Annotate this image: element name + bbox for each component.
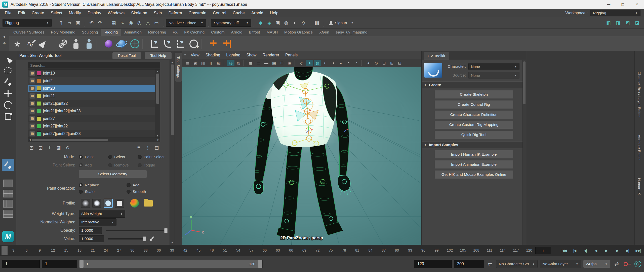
layout-single-pane-icon[interactable] [2, 178, 14, 188]
influence-list-hscrollbar[interactable]: ◀▶ [28, 138, 160, 142]
menu-item[interactable]: File [2, 11, 15, 15]
statusline-separator[interactable] [324, 19, 324, 27]
shelf-bezier-curve-icon[interactable] [37, 37, 50, 50]
shelf-tab-menu-icon[interactable]: ▼ [3, 35, 6, 39]
shelf-tab[interactable]: XGen [316, 29, 333, 36]
workspace-dropdown[interactable]: Rigging▼ [590, 10, 640, 16]
step-back-frame-button[interactable]: |◀ [570, 246, 580, 255]
shelf-bind-skin-icon[interactable] [102, 37, 115, 50]
viewport-lights-icon[interactable]: ◑ [329, 60, 337, 66]
shelf-tab[interactable]: MASH [263, 29, 281, 36]
close-button[interactable]: × [630, 0, 644, 9]
shelf-tab[interactable]: Motion Graphics [281, 29, 316, 36]
influence-row[interactable]: joint21|joint22 [28, 100, 160, 107]
range-start-handle[interactable] [79, 260, 84, 268]
menu-item[interactable]: Cache [229, 11, 248, 15]
shelf-tab[interactable]: FX [169, 29, 181, 36]
influence-lock-toggle[interactable] [29, 123, 35, 129]
animation-start-field[interactable]: 1 [2, 260, 40, 268]
influence-search-input[interactable]: Search... [28, 62, 160, 69]
render-frame-icon[interactable]: ◆ [256, 19, 265, 27]
panel-menu-icon[interactable]: ≡ [184, 53, 186, 57]
menu-item[interactable]: Skin [150, 11, 165, 15]
mode-radio[interactable]: Select [108, 155, 138, 159]
play-forwards-button[interactable]: ▶ [601, 246, 611, 255]
make-live-icon[interactable]: △ [144, 19, 152, 27]
menu-item[interactable]: Arnold [248, 11, 267, 15]
menu-item[interactable]: Constrain [185, 11, 210, 15]
humanik-action-button[interactable]: Quick Rig Tool [435, 131, 513, 139]
viewport-gate-mask-icon[interactable]: ▩ [270, 60, 278, 66]
menu-item[interactable]: Skeleton [128, 11, 150, 15]
viewport-menu-item[interactable]: Renderer [259, 53, 282, 57]
influence-lock-toggle[interactable] [29, 93, 35, 99]
mode-radio[interactable]: Paint [79, 155, 108, 159]
animation-end-field[interactable]: 200 [454, 260, 484, 268]
layout-four-pane-icon[interactable] [2, 188, 14, 198]
viewport-wireframe-icon[interactable]: ◇ [298, 60, 305, 66]
right-panel-scrollbar[interactable] [522, 60, 526, 245]
character-dropdown[interactable]: None▼ [468, 63, 519, 70]
anim-layer-dropdown[interactable]: No Anim Layer▼ [540, 260, 581, 268]
brush-profile-square[interactable] [115, 199, 124, 208]
select-geometry-button[interactable]: Select Geometry [79, 170, 147, 178]
statusline-separator[interactable] [163, 19, 164, 27]
sort-flat-icon[interactable]: ▤ [153, 144, 160, 151]
shelf-tab[interactable]: Animation [121, 29, 145, 36]
go-to-start-button[interactable]: |◀◀ [559, 246, 569, 255]
paint-select-radio[interactable]: Add [79, 163, 108, 167]
statusline-separator[interactable] [310, 19, 310, 27]
dock-tab[interactable]: Human IK [637, 178, 641, 195]
sign-in-button[interactable]: Sign In ▼ [326, 21, 356, 25]
brush-profile-solid[interactable] [104, 199, 113, 208]
save-scene-icon[interactable]: ▣ [74, 19, 82, 27]
paint-select-radio[interactable]: Remove [108, 163, 138, 167]
statusline-separator[interactable] [85, 19, 85, 27]
sort-alphabetical-icon[interactable]: ≡ [135, 144, 142, 151]
snap-to-point-icon[interactable]: ◉ [127, 19, 135, 27]
select-tool-icon[interactable] [2, 53, 14, 64]
viewport-canvas[interactable]: y x z 2D Pan/Zoom : persp [182, 67, 421, 245]
dock-tab[interactable]: Attribute Editor [637, 135, 641, 160]
shelf-tab[interactable]: easy_uv_mapping [333, 29, 371, 36]
statusline-separator[interactable] [107, 19, 107, 27]
humanik-toggle-icon[interactable]: ◨ [614, 19, 622, 27]
brush-profile-medium[interactable] [92, 199, 101, 208]
section-collapse-icon[interactable]: ▼ [424, 84, 427, 86]
paint-select-radio[interactable]: Toggle [138, 163, 167, 167]
playback-start-field[interactable]: 1 [42, 260, 77, 268]
lasso-select-tool-icon[interactable] [2, 64, 14, 76]
viewport-toolbar-separator[interactable] [244, 60, 246, 66]
viewport-oversampling-icon[interactable]: ▨ [235, 60, 242, 66]
menu-item[interactable]: Create [28, 11, 48, 15]
shelf-quick-rig-icon[interactable] [83, 37, 96, 50]
hold-weights-icon[interactable]: ⊘ [64, 144, 71, 151]
shelf-separator[interactable] [142, 39, 147, 49]
viewport-motion-blur-icon[interactable]: ◔ [353, 60, 360, 66]
humanik-action-button[interactable]: Get HIK and Mocap Examples Online [435, 171, 513, 179]
current-frame-field[interactable]: 1 [535, 247, 551, 254]
playback-loop-icon[interactable] [612, 260, 621, 268]
viewport-xray-joints-icon[interactable]: ⊙ [373, 60, 380, 66]
statusline-separator[interactable] [208, 19, 209, 27]
influence-list-scrollbar[interactable]: ▲▼ [155, 70, 160, 138]
humanik-action-button[interactable]: Create Character Definition [435, 111, 513, 119]
humanik-action-button[interactable]: Import Animation Example [435, 160, 513, 168]
viewport-menu-item[interactable]: Lighting [223, 53, 243, 57]
play-backwards-button[interactable]: ◀ [591, 246, 601, 255]
brush-profile-soft[interactable] [81, 199, 90, 208]
section-header[interactable]: ▼ Create [422, 81, 526, 88]
go-to-end-button[interactable]: ▶▶| [633, 246, 643, 255]
viewport-menu-item[interactable]: Panels [282, 53, 301, 57]
opacity-slider-handle[interactable] [164, 228, 168, 233]
viewport-2d-pan-zoom-icon[interactable]: ◎ [227, 60, 234, 66]
shelf-separator[interactable] [97, 39, 101, 49]
hypershade-icon[interactable]: ◍ [282, 19, 291, 27]
shelf-tab[interactable]: Custom [208, 29, 228, 36]
render-sequence-icon[interactable]: ◇ [299, 19, 308, 27]
shelf-geodesic-voxel-bind-icon[interactable] [128, 37, 141, 50]
reset-tool-button[interactable]: Reset Tool [112, 52, 141, 59]
influence-lock-toggle[interactable] [29, 101, 35, 106]
copy-weights-icon[interactable]: ◰ [28, 144, 35, 151]
menu-item[interactable]: Windows [104, 11, 128, 15]
